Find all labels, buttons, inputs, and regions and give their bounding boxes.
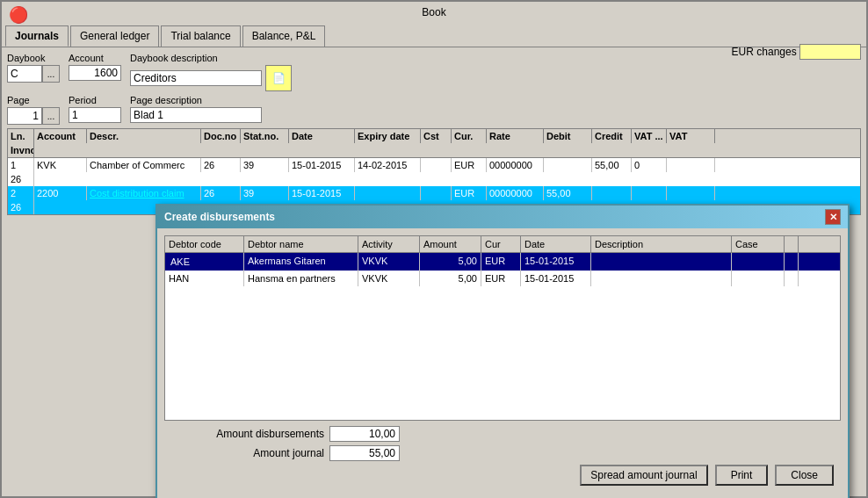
row1-statno: 39	[241, 158, 289, 172]
dcol-amount: Amount	[420, 236, 481, 252]
account-label: Account	[69, 53, 121, 63]
daybook-desc-group: Daybook description 📄	[130, 53, 292, 91]
amount-journal-row: Amount journal	[171, 445, 834, 461]
row1-debit	[544, 158, 592, 172]
row2-docno: 26	[201, 186, 241, 200]
tab-trial-balance[interactable]: Trial balance	[161, 25, 240, 47]
dialog-row[interactable]: Akermans Gitaren VKVK 5,00 EUR 15-01-201…	[165, 253, 840, 271]
spread-amount-btn[interactable]: Spread amount journal	[580, 465, 707, 486]
col-account: Account	[34, 129, 87, 143]
drow1-name: Akermans Gitaren	[244, 253, 358, 271]
col-statno: Stat.no.	[241, 129, 289, 143]
tab-balance-pl[interactable]: Balance, P&L	[242, 25, 326, 47]
row1-vat-code: 0	[632, 158, 667, 172]
tab-journals[interactable]: Journals	[5, 25, 69, 47]
amount-disbursements-value[interactable]	[329, 426, 400, 442]
account-input[interactable]	[69, 65, 121, 81]
col-descr: Descr.	[87, 129, 201, 143]
eur-changes-label: EUR changes	[732, 46, 797, 58]
amount-disbursements-row: Amount disbursements	[171, 426, 834, 442]
row2-debit: 55,00	[544, 186, 592, 200]
row1-expiry: 14-02-2015	[355, 158, 421, 172]
drow2-scroll	[785, 271, 799, 286]
daybook-desc-label: Daybook description	[130, 53, 292, 63]
daybook-group: Daybook ...	[7, 53, 60, 83]
col-date: Date	[289, 129, 355, 143]
row1-invno: 26	[8, 172, 34, 186]
drow2-activity: VKVK	[358, 271, 420, 286]
col-credit: Credit	[592, 129, 632, 143]
row2-vat-code	[632, 186, 667, 200]
dialog-table-header: Debtor code Debtor name Activity Amount …	[165, 236, 840, 253]
daybook-input[interactable]	[7, 65, 42, 83]
row1-vat	[667, 158, 715, 172]
dialog-table-body: Akermans Gitaren VKVK 5,00 EUR 15-01-201…	[165, 253, 840, 420]
eur-changes-input[interactable]	[799, 44, 861, 60]
ake-code-input[interactable]	[169, 256, 240, 268]
table-row[interactable]: 1 KVK Chamber of Commerc 26 39 15-01-201…	[8, 158, 860, 186]
daybook-browse-btn[interactable]: ...	[42, 65, 60, 83]
row2-date: 15-01-2015	[289, 186, 355, 200]
drow2-case	[732, 271, 785, 286]
dialog-footer: Amount disbursements Amount journal Spre…	[164, 421, 841, 491]
daybook-desc-input[interactable]	[130, 70, 262, 86]
drow1-cur: EUR	[481, 253, 521, 271]
dialog-title-bar: Create disbursements ✕	[157, 206, 848, 228]
row1-descr: Chamber of Commerc	[87, 158, 201, 172]
period-group: Period	[69, 95, 121, 123]
dialog-row[interactable]: HAN Hansma en partners VKVK 5,00 EUR 15-…	[165, 271, 840, 286]
page-desc-input[interactable]	[130, 107, 262, 123]
col-vat: VAT	[667, 129, 715, 143]
form-row-2: Page ... Period Page description	[7, 95, 861, 125]
tab-general-ledger[interactable]: General ledger	[70, 25, 159, 47]
dialog-buttons: Spread amount journal Print Close	[171, 465, 834, 486]
page-label: Page	[7, 95, 60, 105]
close-btn[interactable]: Close	[775, 465, 834, 486]
dcol-scrollbar	[785, 236, 799, 252]
amount-journal-value[interactable]	[329, 445, 400, 461]
col-cst: Cst	[421, 129, 452, 143]
drow2-date: 15-01-2015	[521, 271, 591, 286]
row2-expiry	[355, 186, 421, 200]
drow2-cur: EUR	[481, 271, 521, 286]
dcol-name: Debtor name	[244, 236, 358, 252]
dcol-code: Debtor code	[165, 236, 244, 252]
print-btn[interactable]: Print	[715, 465, 769, 486]
amount-journal-label: Amount journal	[171, 447, 329, 459]
tabs-bar: Journals General ledger Trial balance Ba…	[2, 22, 866, 47]
eur-changes-group: EUR changes	[732, 44, 861, 60]
table-header: Ln. Account Descr. Doc.no Stat.no. Date …	[8, 129, 860, 158]
drow1-amount: 5,00	[420, 253, 481, 271]
row2-vat	[667, 186, 715, 200]
col-rate: Rate	[487, 129, 544, 143]
col-docno: Doc.no	[201, 129, 241, 143]
row1-credit: 55,00	[592, 158, 632, 172]
page-input[interactable]	[7, 107, 42, 125]
row1-rate: 00000000	[487, 158, 544, 172]
yellow-action-btn[interactable]: 📄	[265, 65, 292, 91]
daybook-label: Daybook	[7, 53, 60, 63]
col-ln: Ln.	[8, 129, 34, 143]
drow1-case	[732, 253, 785, 271]
dcol-date: Date	[521, 236, 591, 252]
dialog-close-btn[interactable]: ✕	[825, 209, 841, 225]
row2-descr: Cost distribution claim	[87, 186, 201, 200]
col-debit: Debit	[544, 129, 592, 143]
dcol-cur: Cur	[481, 236, 521, 252]
period-input[interactable]	[69, 107, 121, 123]
dcol-description: Description	[591, 236, 732, 252]
page-browse-btn[interactable]: ...	[42, 107, 60, 125]
row1-date: 15-01-2015	[289, 158, 355, 172]
row2-invno: 26	[8, 200, 34, 214]
col-expiry: Expiry date	[355, 129, 421, 143]
row2-account: 2200	[34, 186, 87, 200]
form-row-1: Daybook ... Account Daybook description …	[7, 53, 861, 91]
row2-ln: 2	[8, 186, 34, 200]
drow1-activity: VKVK	[358, 253, 420, 271]
row2-rate: 00000000	[487, 186, 544, 200]
drow1-scroll	[785, 253, 799, 271]
col-cur: Cur.	[452, 129, 487, 143]
row1-docno: 26	[201, 158, 241, 172]
row2-cst	[421, 186, 452, 200]
account-group: Account	[69, 53, 121, 81]
